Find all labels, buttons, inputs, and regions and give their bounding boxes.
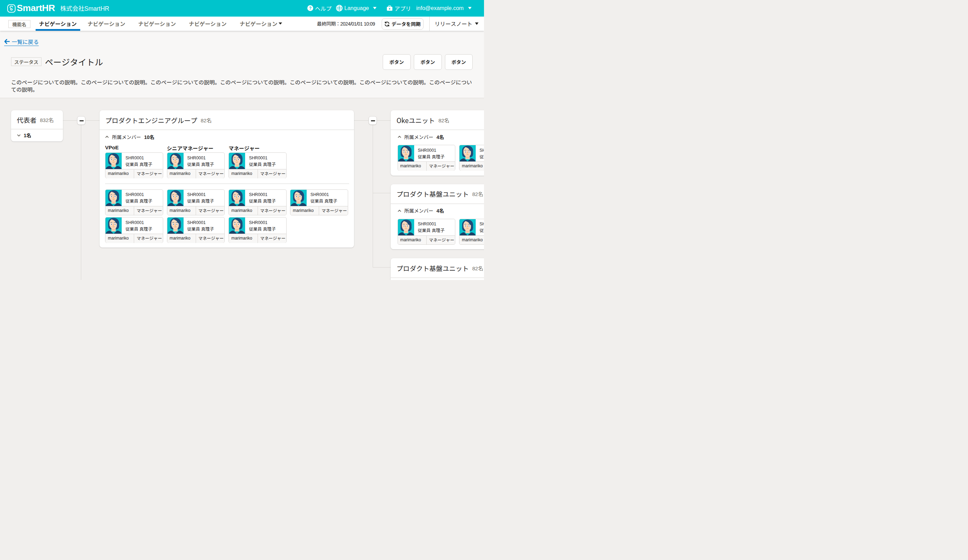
svg-text:?: ?: [309, 6, 312, 11]
